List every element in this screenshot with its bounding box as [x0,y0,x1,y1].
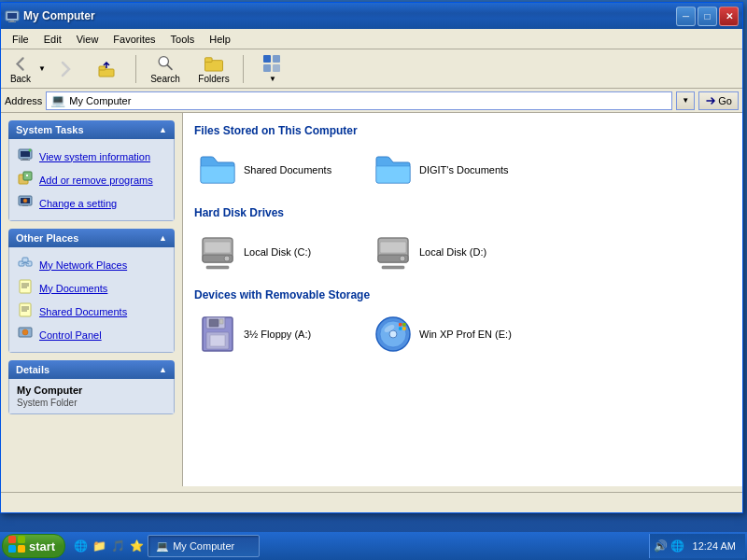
quick-launch-explorer-icon[interactable]: 📁 [92,539,106,553]
toolbar-separator-1 [135,55,136,83]
svg-rect-66 [8,545,16,553]
svg-rect-52 [209,319,218,327]
system-tasks-header[interactable]: System Tasks ▲ [8,120,175,139]
window-controls: ─ □ ✕ [676,7,739,26]
tray-volume-icon[interactable]: 🔊 [654,539,669,553]
minimize-button[interactable]: ─ [676,7,696,26]
close-button[interactable]: ✕ [719,7,739,26]
go-button[interactable]: Go [698,91,739,110]
views-dropdown-icon: ▼ [269,75,276,83]
svg-rect-3 [8,21,16,22]
right-panel: Files Stored on This Computer Shared Doc… [183,113,742,486]
quick-launch: 🌐 📁 🎵 ⭐ [73,539,144,553]
floppy-a-item[interactable]: 3½ Floppy (A:) [194,311,362,357]
tray-network-icon[interactable]: 🌐 [670,539,685,553]
add-remove-programs-link[interactable]: Add or remove programs [17,168,166,191]
shared-documents-item[interactable]: Shared Documents [194,147,362,193]
svg-rect-11 [273,55,280,63]
view-system-info-link[interactable]: View system information [17,145,166,168]
svg-rect-17 [21,160,30,161]
taskbar-items: 💻 My Computer [148,535,648,557]
other-places-body: My Network Places My [8,247,175,353]
svg-rect-54 [210,335,225,346]
start-button[interactable]: start [2,534,65,558]
svg-rect-61 [402,323,406,327]
svg-rect-42 [204,242,231,253]
change-setting-label: Change a setting [39,198,117,209]
address-label: Address [5,95,42,106]
details-header[interactable]: Details ▲ [8,360,175,379]
other-places-header[interactable]: Other Places ▲ [8,229,175,247]
title-bar: My Computer ─ □ ✕ [1,3,742,29]
window-icon [5,8,20,23]
svg-rect-10 [263,55,271,63]
other-places-collapse-icon: ▲ [159,233,167,243]
desktop: My Computer ─ □ ✕ File Edit View Favorit… [0,0,747,560]
my-documents-link[interactable]: My Documents [17,276,166,300]
search-button[interactable]: Search [142,51,189,87]
floppy-a-icon [199,315,236,353]
menu-view[interactable]: View [69,32,106,47]
local-disk-c-label: Local Disk (C:) [244,246,311,258]
forward-button[interactable] [49,51,81,87]
quick-launch-ie-icon[interactable]: 🌐 [73,539,88,553]
local-disk-c-item[interactable]: Local Disk (C:) [194,229,362,275]
svg-rect-12 [263,64,271,72]
address-dropdown[interactable]: ▼ [676,91,695,110]
search-label: Search [150,74,180,84]
menu-help[interactable]: Help [202,32,238,47]
svg-point-58 [389,330,397,338]
digits-documents-label: DIGIT's Documents [419,164,509,175]
cdrom-e-icon [374,315,412,353]
details-title: My Computer [17,385,166,396]
menu-favorites[interactable]: Favorites [106,32,162,47]
shared-documents-label: Shared Documents [244,164,331,175]
menu-file[interactable]: File [5,32,36,47]
maximize-button[interactable]: □ [698,7,717,26]
taskbar-my-computer-icon: 💻 [156,540,169,553]
local-disk-d-item[interactable]: Local Disk (D:) [370,229,538,275]
svg-point-39 [22,329,28,335]
toolbar-separator-2 [243,55,244,83]
details-body: My Computer System Folder [8,379,175,414]
svg-rect-55 [219,319,223,324]
quick-launch-media-icon[interactable]: 🎵 [110,539,125,553]
quick-launch-star-icon[interactable]: ⭐ [129,539,144,553]
svg-rect-64 [8,536,16,543]
menu-tools[interactable]: Tools [163,32,203,47]
back-dropdown[interactable]: ▼ [36,51,48,87]
go-label: Go [718,95,732,106]
change-setting-link[interactable]: Change a setting [17,191,166,215]
taskbar-my-computer-label: My Computer [173,540,234,552]
digits-documents-item[interactable]: DIGIT's Documents [370,147,538,193]
cdrom-e-item[interactable]: Win XP Prof EN (E:) [370,311,538,357]
svg-rect-62 [399,327,402,330]
hard-disk-grid: Local Disk (C:) [194,229,731,275]
my-network-places-link[interactable]: My Network Places [17,253,166,276]
svg-rect-5 [99,66,106,70]
back-button[interactable]: Back [5,51,36,87]
status-bar [1,492,742,512]
svg-rect-13 [273,64,280,72]
svg-rect-65 [18,536,25,543]
svg-point-24 [23,199,27,203]
shared-documents-link[interactable]: Shared Documents [17,300,166,323]
main-area: System Tasks ▲ [1,113,742,486]
up-button[interactable] [83,51,130,87]
taskbar-my-computer[interactable]: 💻 My Computer [148,535,260,557]
back-label: Back [10,74,31,84]
control-panel-link[interactable]: Control Panel [17,323,166,346]
menu-edit[interactable]: Edit [36,32,69,47]
local-disk-d-label: Local Disk (D:) [419,246,486,258]
shared-documents-folder-icon [199,151,236,189]
address-input[interactable]: 💻 My Computer [46,91,672,110]
views-button[interactable]: ▼ [249,51,296,87]
svg-rect-15 [21,151,30,157]
folders-button[interactable]: Folders [190,51,237,87]
svg-rect-2 [10,21,14,21]
cdrom-e-label: Win XP Prof EN (E:) [419,329,512,340]
svg-rect-9 [205,57,213,62]
svg-rect-60 [399,323,402,327]
start-label: start [29,539,55,553]
local-disk-c-icon [199,233,236,271]
